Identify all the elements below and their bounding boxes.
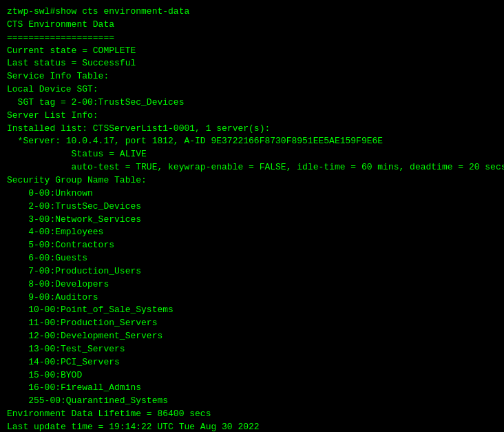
terminal-line: Security Group Name Table: [7, 174, 497, 187]
terminal-line: SGT tag = 2-00:TrustSec_Devices [7, 96, 497, 110]
terminal-line: Status = ALIVE [7, 148, 497, 161]
terminal-line: 9-00:Auditors [7, 291, 497, 305]
terminal-line: Server List Info: [7, 110, 497, 123]
terminal-line: 8-00:Developers [7, 278, 497, 291]
terminal-line: 10-00:Point_of_Sale_Systems [7, 304, 497, 317]
terminal-line: *Server: 10.0.4.17, port 1812, A-ID 9E37… [7, 135, 497, 148]
terminal-line: Installed list: CTSServerList1-0001, 1 s… [7, 123, 497, 136]
terminal-line: 11-00:Production_Servers [7, 317, 497, 330]
terminal-line: Local Device SGT: [7, 83, 497, 96]
terminal-line: 6-00:Guests [7, 252, 497, 265]
terminal-line: 12-00:Development_Servers [7, 330, 497, 343]
terminal-line: 16-00:Firewall_Admins [7, 382, 497, 395]
terminal-line: Last status = Successful [7, 57, 497, 70]
terminal-line: 15-00:BYOD [7, 369, 497, 382]
terminal-line: Current state = COMPLETE [7, 45, 497, 58]
terminal-line: ==================== [7, 32, 497, 45]
terminal-line: 13-00:Test_Servers [7, 343, 497, 356]
terminal-line: Last update time = 19:14:22 UTC Tue Aug … [7, 421, 497, 432]
terminal-line: 5-00:Contractors [7, 239, 497, 252]
terminal-line: ztwp-swl#show cts environment-data [7, 6, 497, 19]
terminal-line: CTS Environment Data [7, 19, 497, 32]
terminal-line: 2-00:TrustSec_Devices [7, 200, 497, 214]
terminal-output: ztwp-swl#show cts environment-dataCTS En… [7, 6, 497, 432]
terminal-line: 7-00:Production_Users [7, 265, 497, 278]
terminal-line: 3-00:Network_Services [7, 214, 497, 227]
terminal-line: Environment Data Lifetime = 86400 secs [7, 408, 497, 421]
terminal-line: 14-00:PCI_Servers [7, 356, 497, 369]
terminal-line: auto-test = TRUE, keywrap-enable = FALSE… [7, 161, 497, 174]
terminal-line: 0-00:Unknown [7, 187, 497, 200]
terminal-line: Service Info Table: [7, 70, 497, 83]
terminal-line: 255-00:Quarantined_Systems [7, 395, 497, 408]
terminal-line: 4-00:Employees [7, 226, 497, 239]
